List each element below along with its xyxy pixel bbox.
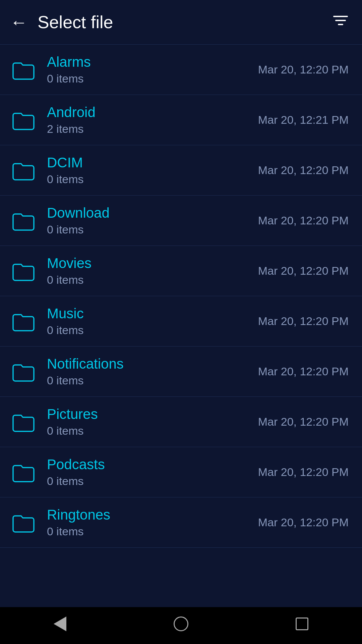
folder-icon-wrap (10, 211, 37, 231)
folder-info: Podcasts 0 items (47, 457, 251, 488)
folder-count: 0 items (47, 223, 251, 236)
folder-item[interactable]: Pictures 0 items Mar 20, 12:20 PM (0, 397, 362, 447)
folder-icon (12, 160, 35, 180)
folder-count: 0 items (47, 475, 251, 488)
folder-date: Mar 20, 12:20 PM (251, 516, 349, 529)
folder-item[interactable]: Download 0 items Mar 20, 12:20 PM (0, 196, 362, 246)
back-nav-button[interactable] (54, 616, 66, 631)
folder-date: Mar 20, 12:20 PM (251, 466, 349, 479)
bottom-navigation (0, 607, 362, 644)
folder-icon-wrap (10, 362, 37, 382)
folder-info: Notifications 0 items (47, 356, 251, 387)
folder-date: Mar 20, 12:20 PM (251, 315, 349, 328)
folder-name: Download (47, 205, 251, 221)
folder-date: Mar 20, 12:21 PM (251, 113, 349, 126)
folder-count: 0 items (47, 374, 251, 387)
folder-count: 2 items (47, 122, 251, 136)
folder-item[interactable]: Ringtones 0 items Mar 20, 12:20 PM (0, 497, 362, 548)
folder-icon (12, 362, 35, 382)
folder-count: 0 items (47, 173, 251, 186)
folder-info: DCIM 0 items (47, 155, 251, 186)
folder-info: Pictures 0 items (47, 406, 251, 437)
folder-name: Podcasts (47, 457, 251, 473)
folder-date: Mar 20, 12:20 PM (251, 365, 349, 378)
folder-icon (12, 462, 35, 482)
folder-icon-wrap (10, 160, 37, 180)
folder-date: Mar 20, 12:20 PM (251, 264, 349, 277)
folder-item[interactable]: Movies 0 items Mar 20, 12:20 PM (0, 246, 362, 296)
filter-button[interactable] (333, 13, 349, 31)
folder-icon (12, 261, 35, 281)
folder-icon (12, 412, 35, 432)
header-left: ← Select file (10, 12, 113, 32)
folder-name: Music (47, 306, 251, 322)
folder-name: Movies (47, 255, 251, 271)
recents-nav-button[interactable] (296, 618, 308, 630)
folder-count: 0 items (47, 424, 251, 437)
folder-count: 0 items (47, 324, 251, 337)
folder-icon (12, 60, 35, 80)
back-button[interactable]: ← (10, 13, 27, 31)
folder-icon-wrap (10, 513, 37, 533)
folder-count: 0 items (47, 525, 251, 538)
folder-info: Alarms 0 items (47, 54, 251, 85)
folder-info: Download 0 items (47, 205, 251, 236)
folder-name: Alarms (47, 54, 251, 70)
folder-icon-wrap (10, 261, 37, 281)
folder-name: Ringtones (47, 507, 251, 523)
folder-name: Android (47, 104, 251, 120)
folder-info: Music 0 items (47, 306, 251, 337)
folder-date: Mar 20, 12:20 PM (251, 63, 349, 76)
folder-date: Mar 20, 12:20 PM (251, 164, 349, 177)
home-nav-button[interactable] (174, 616, 188, 631)
app-header: ← Select file (0, 0, 362, 44)
folder-icon (12, 211, 35, 231)
folder-name: Pictures (47, 406, 251, 422)
folder-count: 0 items (47, 72, 251, 85)
folder-icon (12, 311, 35, 331)
folder-date: Mar 20, 12:20 PM (251, 214, 349, 227)
folder-icon-wrap (10, 412, 37, 432)
folder-icon (12, 110, 35, 130)
folder-icon-wrap (10, 110, 37, 130)
folder-info: Android 2 items (47, 104, 251, 136)
page-title: Select file (38, 12, 113, 32)
folder-icon (12, 513, 35, 533)
folder-name: DCIM (47, 155, 251, 171)
folder-icon-wrap (10, 462, 37, 482)
folder-item[interactable]: DCIM 0 items Mar 20, 12:20 PM (0, 145, 362, 196)
folder-item[interactable]: Android 2 items Mar 20, 12:21 PM (0, 95, 362, 145)
folder-item[interactable]: Podcasts 0 items Mar 20, 12:20 PM (0, 447, 362, 497)
folder-info: Movies 0 items (47, 255, 251, 286)
folder-item[interactable]: Alarms 0 items Mar 20, 12:20 PM (0, 45, 362, 95)
folder-info: Ringtones 0 items (47, 507, 251, 538)
folder-item[interactable]: Music 0 items Mar 20, 12:20 PM (0, 296, 362, 346)
folder-icon-wrap (10, 60, 37, 80)
folder-list: Alarms 0 items Mar 20, 12:20 PM Android … (0, 45, 362, 607)
folder-date: Mar 20, 12:20 PM (251, 415, 349, 428)
folder-count: 0 items (47, 273, 251, 286)
folder-icon-wrap (10, 311, 37, 331)
folder-item[interactable]: Notifications 0 items Mar 20, 12:20 PM (0, 346, 362, 397)
folder-name: Notifications (47, 356, 251, 372)
